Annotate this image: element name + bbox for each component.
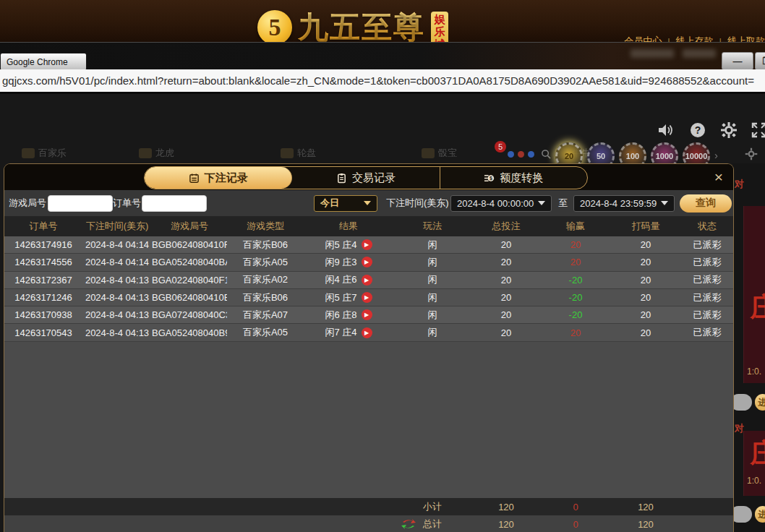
cell-game-round: BGA052408040BA — [152, 257, 227, 267]
credit-transfer-icon: $ — [484, 173, 495, 184]
cell-result: 闲5 庄4 ▶ — [304, 239, 393, 252]
cell-turnover: 20 — [610, 275, 681, 286]
cell-total-bet: 20 — [471, 327, 541, 338]
cell-result: 闲5 庄7 ▶ — [304, 291, 393, 304]
cell-game-type: 百家乐B06 — [227, 291, 304, 304]
cell-turnover: 20 — [610, 309, 681, 320]
play-icon[interactable]: ▶ — [362, 309, 372, 320]
minimize-button[interactable]: — — [722, 52, 753, 70]
bet-time-label: 下注时间(美东) — [386, 197, 449, 210]
table-row[interactable]: 14263170938 2024-8-4 04:13 BGA072408040C… — [4, 306, 733, 324]
column-header: 下注时间(美东) — [82, 220, 152, 233]
cell-game-round: BGB0624080410F — [152, 239, 227, 250]
column-header: 总投注 — [471, 220, 541, 233]
side-card-banker: 庄 — [750, 435, 765, 472]
side-card-panel[interactable]: 庄 1:0. — [743, 206, 765, 383]
tab-transaction-records[interactable]: 交易记录 — [292, 167, 440, 189]
play-icon[interactable]: ▶ — [362, 327, 372, 338]
cell-game-type: 百家乐B06 — [227, 239, 304, 252]
close-icon[interactable]: × — [709, 168, 728, 186]
nav-item-icon — [281, 148, 294, 158]
tab-bet-records[interactable]: 下注记录 — [145, 167, 292, 189]
url-bar[interactable]: gqjcxs.com/h5V01/pc/index.html?return=ab… — [0, 69, 765, 94]
play-icon[interactable]: ▶ — [362, 239, 372, 250]
cell-game-type: 百家乐A05 — [227, 326, 304, 339]
cell-winloss: -20 — [541, 275, 610, 286]
table-row[interactable]: 14263170543 2024-8-4 04:13 BGA052408040B… — [4, 324, 733, 341]
exchange-arrows-icon — [401, 517, 416, 531]
cell-bet-time: 2024-8-4 04:13 — [82, 309, 152, 320]
settings-gear-icon[interactable] — [720, 121, 738, 139]
cell-play-type: 闲 — [393, 239, 471, 252]
cell-result: 闲9 庄3 ▶ — [304, 256, 393, 269]
column-header: 打码量 — [610, 220, 681, 233]
nav-item-label: 百家乐 — [38, 147, 67, 160]
nav-item-icon — [22, 148, 35, 158]
side-enter-button[interactable]: 进 — [755, 394, 765, 411]
column-header: 游戏局号 — [152, 220, 227, 233]
mini-chip-icon — [518, 151, 524, 158]
game-nav-item[interactable]: 龙虎 — [139, 147, 174, 160]
tab-credit-transfer[interactable]: $ 额度转换 — [440, 167, 587, 189]
total-row: 总计 120 0 120 — [4, 515, 733, 532]
side-card-banker: 庄 — [750, 289, 765, 326]
order-no-input[interactable] — [142, 195, 207, 212]
table-settings-gear-icon[interactable] — [745, 147, 758, 160]
cell-game-type: 百家乐A05 — [227, 256, 304, 269]
game-nav-item[interactable]: 轮盘 — [281, 147, 316, 160]
volume-icon[interactable] — [657, 121, 674, 139]
side-enter-button[interactable]: 进 — [755, 506, 765, 523]
column-header: 输赢 — [541, 220, 610, 233]
date-to-select[interactable]: 2024-8-4 23:59:59 — [573, 195, 675, 212]
cell-game-type: 百家乐A02 — [227, 273, 304, 286]
cell-total-bet: 20 — [471, 257, 541, 267]
tab-label: 下注记录 — [205, 171, 248, 185]
help-icon[interactable]: ? — [689, 121, 706, 139]
cell-play-type: 闲 — [393, 256, 471, 269]
mini-chip-icon — [508, 151, 514, 158]
chevron-down-icon — [364, 201, 371, 205]
play-icon[interactable]: ▶ — [362, 292, 372, 303]
badge-char: 娱 — [435, 13, 445, 25]
cell-total-bet: 20 — [471, 292, 541, 303]
table-row[interactable]: 14263174556 2024-8-4 04:14 BGA052408040B… — [4, 254, 733, 271]
play-icon[interactable]: ▶ — [362, 275, 372, 286]
badge-char: 乐 — [435, 25, 445, 38]
nav-item-label: 龙虎 — [155, 147, 174, 160]
nav-item-label: 轮盘 — [297, 147, 316, 160]
notice-badge: 5 — [495, 141, 506, 153]
side-card-panel[interactable]: 庄 1:0. — [743, 431, 765, 496]
game-nav-item[interactable]: 百家乐 — [22, 147, 67, 160]
magnifier-icon[interactable] — [541, 149, 552, 160]
cell-result: 闲7 庄4 ▶ — [304, 326, 393, 339]
cell-order-no: 14263174556 — [4, 257, 82, 267]
table-row[interactable]: 14263171246 2024-8-4 04:13 BGB0624080410… — [4, 289, 733, 306]
cell-play-type: 闲 — [393, 309, 471, 322]
result-text: 闲5 庄4 — [325, 239, 356, 252]
screen: 5 九五至尊 娱 乐 城 会员中心|线上存款|线上取款 — ❐ Google C… — [0, 0, 765, 532]
column-header: 订单号 — [4, 220, 82, 233]
maximize-button[interactable]: ❐ — [755, 52, 765, 70]
game-round-input[interactable] — [48, 195, 113, 212]
date-to-value: 2024-8-4 23:59:59 — [580, 198, 657, 209]
cell-status: 已派彩 — [681, 256, 733, 269]
result-text: 闲4 庄6 — [325, 273, 356, 286]
cell-order-no: 14263172367 — [4, 275, 82, 286]
game-nav-item[interactable]: 骰宝 — [422, 147, 457, 160]
date-range-select[interactable]: 今日 — [314, 195, 377, 212]
nav-item-icon — [422, 148, 435, 158]
chips-more-arrow[interactable]: › — [714, 149, 718, 161]
fullscreen-icon[interactable] — [751, 121, 765, 139]
table-row[interactable]: 14263172367 2024-8-4 04:13 BGA022408040F… — [4, 272, 733, 289]
total-bet: 120 — [471, 519, 541, 530]
subtotal-row: 小计 120 0 120 — [4, 498, 733, 515]
transaction-record-icon — [336, 173, 347, 184]
total-turnover: 120 — [610, 519, 681, 530]
subtotal-turnover: 120 — [610, 502, 681, 512]
query-button[interactable]: 查询 — [680, 194, 732, 213]
svg-text:$: $ — [490, 176, 492, 181]
date-from-select[interactable]: 2024-8-4 00:00:00 — [450, 195, 552, 212]
side-card-odds: 1:0. — [747, 366, 761, 377]
play-icon[interactable]: ▶ — [362, 257, 372, 267]
table-row[interactable]: 14263174916 2024-8-4 04:14 BGB0624080410… — [4, 236, 733, 254]
